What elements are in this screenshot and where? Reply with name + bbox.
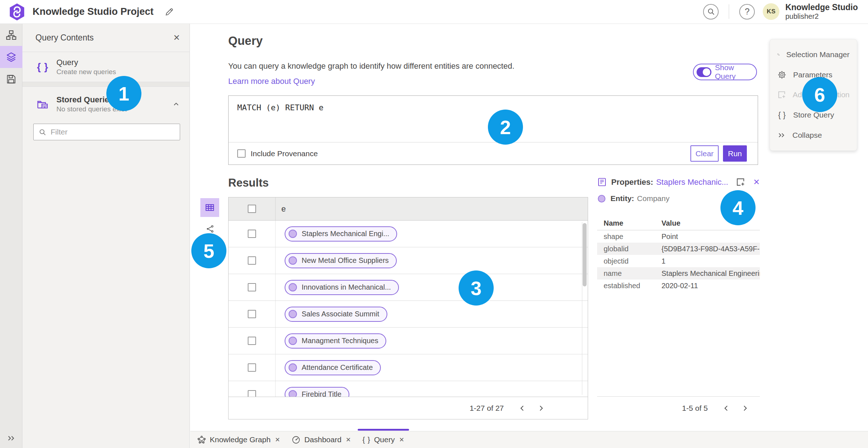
- sidebar-item-query[interactable]: { } Query Create new queries: [22, 52, 190, 82]
- row-checkbox[interactable]: [248, 390, 256, 397]
- clear-button[interactable]: Clear: [690, 145, 719, 162]
- property-row: shape Point: [597, 230, 760, 243]
- scrollbar-thumb[interactable]: [583, 223, 587, 286]
- user-menu[interactable]: Knowledge Studio publisher2: [785, 3, 858, 20]
- close-tab-button[interactable]: ✕: [346, 436, 351, 444]
- callout-6: 6: [802, 77, 837, 112]
- save-rail-button[interactable]: [0, 68, 22, 90]
- table-row: Attendance Certificate: [229, 354, 588, 381]
- collapse-item[interactable]: Collapse: [770, 128, 857, 143]
- contents-rail-button[interactable]: [0, 46, 22, 68]
- edit-title-button[interactable]: [165, 7, 174, 17]
- double-chevron-right-icon: [7, 434, 16, 443]
- row-checkbox[interactable]: [248, 337, 256, 345]
- results-prev-page-button[interactable]: [516, 402, 528, 414]
- entity-pill[interactable]: Managment Techniques: [285, 333, 386, 349]
- close-properties-button[interactable]: ✕: [753, 178, 760, 187]
- entity-pill[interactable]: Firebird Title: [285, 387, 349, 397]
- row-checkbox[interactable]: [248, 256, 256, 265]
- query-description: You can query a knowledge graph to ident…: [228, 61, 514, 71]
- table-row: Firebird Title: [229, 381, 588, 397]
- knowledge-graph-icon: [197, 435, 206, 444]
- close-tab-button[interactable]: ✕: [275, 436, 280, 444]
- results-table-body: Staplers Mechanical Engi... New Metal Of…: [229, 221, 588, 397]
- property-row: name Staplers Mechanical Engineering: [597, 267, 760, 280]
- entity-pill-label: Sales Associate Summit: [302, 310, 379, 318]
- results-page-range: 1-27 of 27: [469, 404, 504, 413]
- entity-dot-icon: [289, 337, 297, 345]
- callout-4: 4: [720, 190, 756, 225]
- selection-manager-item[interactable]: Selection Manager: [770, 47, 857, 62]
- question-icon: ?: [745, 7, 749, 17]
- show-query-label: Show Query: [715, 63, 751, 81]
- parameters-label: Parameters: [793, 71, 833, 79]
- properties-entity-link[interactable]: Staplers Mechanic...: [656, 178, 728, 187]
- entity-dot-icon: [289, 363, 297, 372]
- select-all-checkbox[interactable]: [248, 205, 256, 213]
- properties-prev-page-button[interactable]: [720, 402, 732, 414]
- query-contents-panel: Query Contents ✕ { } Query Create new qu…: [22, 24, 190, 448]
- query-view: Query You can query a knowledge graph to…: [190, 24, 868, 431]
- learn-more-link[interactable]: Learn more about Query: [228, 77, 315, 86]
- entity-pill[interactable]: Staplers Mechanical Engi...: [285, 226, 397, 242]
- results-table: e Staplers Mechanical Engi... New Metal …: [228, 197, 588, 419]
- collapse-section-button[interactable]: [172, 100, 180, 108]
- selection-manager-label: Selection Manager: [786, 50, 850, 59]
- expand-rail-button[interactable]: [0, 434, 22, 443]
- entity-pill[interactable]: Sales Associate Summit: [285, 307, 387, 322]
- entity-pill-label: Managment Techniques: [302, 337, 378, 345]
- results-next-page-button[interactable]: [535, 402, 547, 414]
- tab-dashboard[interactable]: Dashboard ✕: [287, 431, 356, 448]
- tab-query[interactable]: { } Query ✕: [358, 431, 409, 448]
- results-scrollbar[interactable]: [582, 222, 587, 395]
- query-editor-text[interactable]: MATCH (e) RETURN e: [237, 103, 323, 112]
- show-query-toggle[interactable]: Show Query: [693, 64, 757, 80]
- properties-page-range: 1-5 of 5: [682, 404, 708, 413]
- include-provenance-checkbox[interactable]: [237, 149, 246, 158]
- add-to-selection-icon: [777, 90, 786, 99]
- property-value: Point: [661, 232, 678, 241]
- entity-type-icon: [598, 195, 605, 202]
- header-actions: ? KS Knowledge Studio publisher2: [703, 3, 868, 20]
- query-item-description: Create new queries: [56, 68, 116, 76]
- help-button[interactable]: ?: [739, 4, 755, 20]
- table-row: New Metal Office Suppliers: [229, 247, 588, 274]
- search-button[interactable]: [703, 4, 719, 20]
- collapse-label: Collapse: [792, 131, 822, 140]
- close-panel-button[interactable]: ✕: [173, 33, 180, 43]
- layers-icon: [6, 52, 17, 63]
- properties-pagination: 1-5 of 5: [597, 396, 760, 419]
- properties-next-page-button[interactable]: [739, 402, 751, 414]
- run-button[interactable]: Run: [723, 145, 747, 162]
- entity-pill-label: Staplers Mechanical Engi...: [302, 230, 389, 238]
- properties-icon: [597, 177, 607, 187]
- name-column-header: Name: [597, 219, 661, 227]
- table-row: Staplers Mechanical Engi...: [229, 221, 588, 247]
- row-checkbox[interactable]: [248, 230, 256, 238]
- app-logo-icon: [9, 3, 25, 21]
- search-icon: [707, 8, 715, 16]
- filter-box: [33, 124, 180, 140]
- data-model-rail-button[interactable]: [0, 24, 22, 46]
- avatar[interactable]: KS: [763, 3, 779, 20]
- tab-knowledge-graph[interactable]: Knowledge Graph ✕: [192, 431, 285, 448]
- filter-input[interactable]: [51, 128, 175, 136]
- knowledge-studio-app: Knowledge Studio Project ? KS Knowledge …: [0, 0, 868, 448]
- page-title: Knowledge Studio Project: [33, 6, 154, 17]
- row-checkbox[interactable]: [248, 363, 256, 372]
- sidebar-item-stored-queries[interactable]: Stored Queries No stored queries exist: [22, 87, 190, 121]
- row-checkbox[interactable]: [248, 310, 256, 318]
- query-contents-header: Query Contents ✕: [22, 24, 190, 52]
- close-tab-button[interactable]: ✕: [399, 436, 404, 444]
- property-value: Staplers Mechanical Engineering: [661, 269, 760, 278]
- entity-pill-label: Innovations in Mechanical...: [302, 283, 391, 291]
- entity-pill[interactable]: Innovations in Mechanical...: [285, 280, 399, 295]
- entity-pill[interactable]: New Metal Office Suppliers: [285, 253, 397, 268]
- add-to-selection-button[interactable]: [736, 177, 745, 187]
- table-view-button[interactable]: [200, 198, 219, 217]
- braces-icon: { }: [37, 61, 48, 73]
- entity-dot-icon: [289, 310, 297, 318]
- entity-pill[interactable]: Attendance Certificate: [285, 360, 381, 375]
- row-checkbox[interactable]: [248, 283, 256, 291]
- entity-dot-icon: [289, 256, 297, 265]
